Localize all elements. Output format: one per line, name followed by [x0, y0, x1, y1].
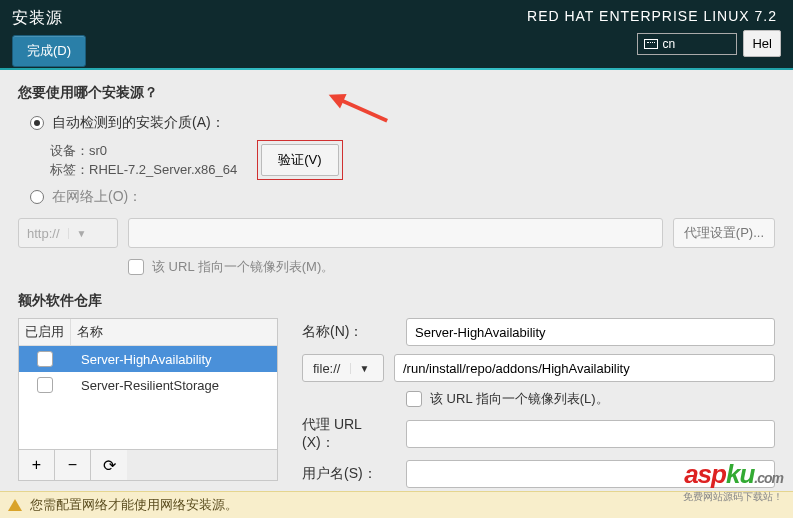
repo-table: 已启用 名称 Server-HighAvailability Server-Re…: [18, 318, 278, 450]
warning-text: 您需配置网络才能使用网络安装源。: [30, 496, 238, 514]
mirror-checkbox-m[interactable]: [128, 259, 144, 275]
repo-enable-checkbox[interactable]: [37, 351, 53, 367]
warning-icon: [8, 499, 22, 511]
network-url-input[interactable]: [128, 218, 663, 248]
name-label: 名称(N)：: [302, 323, 396, 341]
chevron-down-icon: ▼: [68, 228, 95, 239]
device-info: 设备：sr0 标签：RHEL-7.2_Server.x86_64: [50, 141, 237, 180]
proxy-settings-button[interactable]: 代理设置(P)...: [673, 218, 775, 248]
done-button[interactable]: 完成(D): [12, 35, 86, 67]
protocol-value: http://: [19, 226, 68, 241]
refresh-repo-button[interactable]: ⟳: [91, 450, 127, 480]
label-line: 标签：RHEL-7.2_Server.x86_64: [50, 160, 237, 180]
protocol-combo[interactable]: http:// ▼: [18, 218, 118, 248]
proxy-url-input[interactable]: [406, 420, 775, 448]
verify-highlight: 验证(V): [257, 140, 342, 180]
repo-enable-checkbox[interactable]: [37, 377, 53, 393]
keyboard-indicator[interactable]: cn: [637, 33, 737, 55]
radio-unchecked-icon: [30, 190, 44, 204]
repo-name-input[interactable]: [406, 318, 775, 346]
username-input[interactable]: [406, 460, 775, 488]
repo-path-input[interactable]: [394, 354, 775, 382]
device-line: 设备：sr0: [50, 141, 237, 161]
radio-autodetect[interactable]: 自动检测到的安装介质(A)：: [30, 114, 775, 132]
help-button[interactable]: Hel: [743, 30, 781, 57]
warning-bar: 您需配置网络才能使用网络安装源。: [0, 491, 793, 518]
mirror-label-m: 该 URL 指向一个镜像列表(M)。: [152, 258, 334, 276]
radio-network-label: 在网络上(O)：: [52, 188, 142, 206]
mirror-label-l: 该 URL 指向一个镜像列表(L)。: [430, 390, 609, 408]
header-bar: 安装源 完成(D) RED HAT ENTERPRISE LINUX 7.2 c…: [0, 0, 793, 68]
add-repo-button[interactable]: +: [19, 450, 55, 480]
page-title: 安装源: [12, 8, 86, 29]
keyboard-icon: [644, 39, 658, 49]
col-name: 名称: [71, 319, 277, 345]
repo-proto-combo[interactable]: file:// ▼: [302, 354, 384, 382]
table-row[interactable]: Server-HighAvailability: [19, 346, 277, 372]
verify-button[interactable]: 验证(V): [261, 144, 338, 176]
additional-repos-label: 额外软件仓库: [18, 292, 775, 310]
radio-auto-label: 自动检测到的安装介质(A)：: [52, 114, 225, 132]
radio-network[interactable]: 在网络上(O)：: [30, 188, 775, 206]
proxy-url-label: 代理 URL (X)：: [302, 416, 396, 452]
mirror-checkbox-l[interactable]: [406, 391, 422, 407]
table-row[interactable]: Server-ResilientStorage: [19, 372, 277, 398]
username-label: 用户名(S)：: [302, 465, 396, 483]
radio-checked-icon: [30, 116, 44, 130]
repo-name-cell: Server-HighAvailability: [71, 352, 277, 367]
distro-label: RED HAT ENTERPRISE LINUX 7.2: [527, 8, 777, 24]
repo-proto-value: file://: [303, 361, 350, 376]
source-question: 您要使用哪个安装源？: [18, 84, 775, 102]
col-enabled: 已启用: [19, 319, 71, 345]
chevron-down-icon: ▼: [350, 363, 377, 374]
keyboard-layout: cn: [662, 37, 675, 51]
remove-repo-button[interactable]: −: [55, 450, 91, 480]
repo-name-cell: Server-ResilientStorage: [71, 378, 277, 393]
